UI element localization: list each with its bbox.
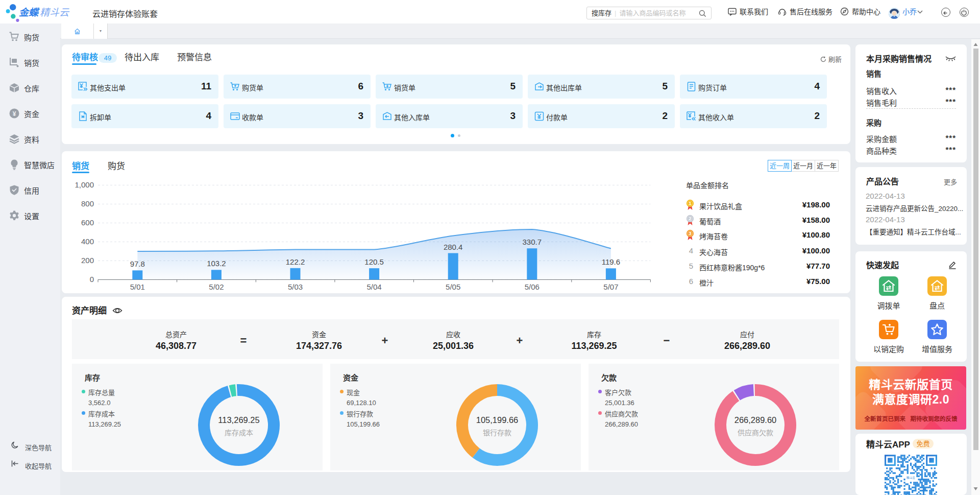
svg-text:200: 200 <box>81 256 94 265</box>
svg-text:5/04: 5/04 <box>366 282 381 291</box>
svg-text:800: 800 <box>81 199 94 208</box>
svg-text:5/01: 5/01 <box>130 282 145 291</box>
svg-text:600: 600 <box>81 218 94 227</box>
svg-text:5/06: 5/06 <box>525 282 540 291</box>
svg-text:¥: ¥ <box>13 110 16 117</box>
svg-text:5/02: 5/02 <box>209 282 224 291</box>
svg-text:2: 2 <box>689 216 691 221</box>
svg-text:3: 3 <box>689 230 691 236</box>
svg-text:122.2: 122.2 <box>286 257 305 266</box>
svg-text:0: 0 <box>90 275 94 284</box>
svg-text:5/03: 5/03 <box>288 282 303 291</box>
svg-text:120.5: 120.5 <box>364 257 384 266</box>
svg-text:5/07: 5/07 <box>603 282 618 291</box>
svg-text:97.8: 97.8 <box>130 260 145 268</box>
svg-text:1,000: 1,000 <box>75 180 94 189</box>
svg-text:1: 1 <box>689 200 692 206</box>
svg-text:精斗云: 精斗云 <box>906 476 915 480</box>
svg-text:119.6: 119.6 <box>602 257 620 266</box>
svg-text:精斗云: 精斗云 <box>40 7 70 18</box>
svg-text:400: 400 <box>81 237 94 246</box>
svg-text:5/05: 5/05 <box>446 282 460 291</box>
svg-text:金蝶: 金蝶 <box>19 7 40 18</box>
svg-text:280.4: 280.4 <box>444 243 463 251</box>
svg-text:330.7: 330.7 <box>523 238 542 246</box>
svg-text:103.2: 103.2 <box>207 259 226 268</box>
